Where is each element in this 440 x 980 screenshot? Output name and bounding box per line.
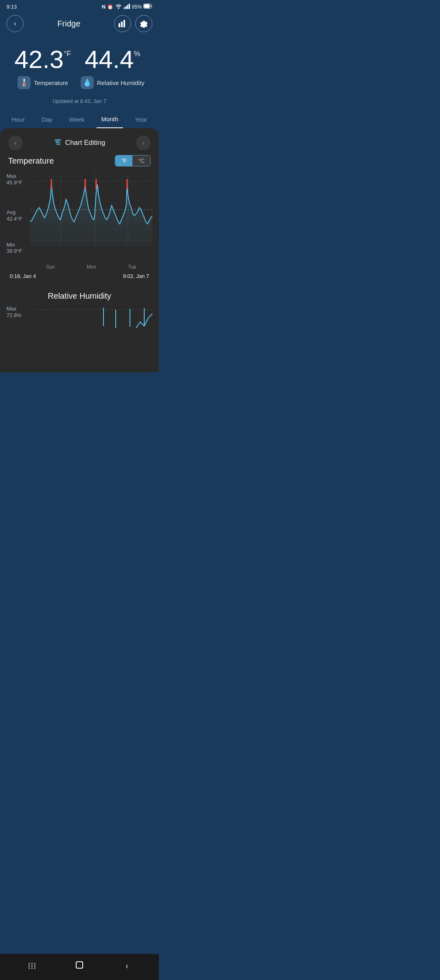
temp-chart-title-row: Temperature °F °C (7, 155, 152, 166)
chart-button[interactable] (114, 15, 131, 32)
chart-editing-title: Chart Editing (54, 139, 105, 147)
chart-editing-bar: ‹ Chart Editing › (0, 128, 159, 155)
x-label-tue: Tue (128, 264, 136, 270)
humidity-label: Relative Humidity (97, 79, 145, 86)
svg-rect-1 (125, 6, 127, 9)
chart-next-button[interactable]: › (136, 136, 151, 150)
temp-x-labels: Sun Mon Tue (7, 262, 152, 271)
status-icons: N ⏰ 85% (102, 3, 152, 10)
temperature-label-row: 🌡️ Temperature (18, 76, 68, 89)
temperature-value: 42.3°F (15, 47, 71, 72)
settings-button[interactable] (135, 15, 152, 32)
humidity-metric: 44.4% 💧 Relative Humidity (81, 47, 145, 89)
status-bar: 9:13 N ⏰ 85% (0, 0, 159, 12)
unit-fahrenheit-btn[interactable]: °F (115, 155, 132, 166)
metrics-section: 42.3°F 🌡️ Temperature 44.4% 💧 Relative H… (0, 39, 159, 93)
x-label-sun: Sun (46, 264, 55, 270)
battery-icon (143, 4, 152, 10)
temperature-metric: 42.3°F 🌡️ Temperature (15, 47, 71, 89)
temp-avg-label: Avg 42.4°F (7, 209, 30, 222)
chart-time-range: 0:18, Jan 4 9:02, Jan 7 (7, 271, 152, 279)
alarm-icon: ⏰ (107, 4, 113, 10)
svg-point-13 (56, 141, 57, 143)
temp-y-labels: Max 45.9°F Avg 42.4°F Min 39.9°F (7, 173, 30, 254)
updated-at: Updated at 8:43, Jan 7 (0, 93, 159, 111)
humidity-chart-section: Relative Humidity Max 72.8% (0, 283, 159, 350)
tab-day[interactable]: Day (37, 112, 57, 128)
humidity-label-row: 💧 Relative Humidity (81, 76, 145, 89)
temp-chart-title: Temperature (8, 156, 54, 166)
settings-icon (140, 20, 148, 28)
humidity-max-label: Max 72.8% (7, 306, 30, 318)
nfc-icon: N (102, 4, 106, 10)
humidity-chart-svg (30, 306, 152, 342)
svg-point-14 (58, 143, 60, 145)
humidity-icon: 💧 (81, 76, 94, 89)
humidity-chart-area: Max 72.8% (7, 306, 152, 346)
tab-week[interactable]: Week (64, 112, 90, 128)
filter-icon (54, 139, 62, 147)
svg-rect-2 (127, 5, 128, 9)
battery-percent: 85% (132, 4, 142, 10)
signal-icon (124, 3, 130, 10)
time-range-tabs: Hour Day Week Month Year (0, 111, 159, 128)
chart-icon (119, 20, 127, 27)
svg-rect-3 (129, 4, 130, 9)
tab-year[interactable]: Year (130, 112, 152, 128)
svg-rect-5 (144, 4, 150, 8)
chart-panel: ‹ Chart Editing › Temperature °F °C (0, 128, 159, 372)
humidity-value: 44.4% (85, 47, 141, 72)
tab-hour[interactable]: Hour (7, 112, 30, 128)
back-icon: ‹ (14, 20, 16, 27)
back-button[interactable]: ‹ (7, 15, 24, 32)
status-time: 9:13 (7, 4, 17, 10)
temp-chart-area: Max 45.9°F Avg 42.4°F Min 39.9°F (7, 173, 152, 262)
svg-rect-7 (121, 22, 123, 27)
page-title: Fridge (57, 19, 81, 28)
svg-rect-26 (30, 306, 152, 342)
temperature-icon: 🌡️ (18, 76, 31, 89)
header-actions (114, 15, 152, 32)
svg-rect-6 (119, 23, 120, 27)
wifi-icon (115, 3, 122, 10)
x-label-mon: Mon (87, 264, 96, 270)
svg-point-12 (57, 139, 59, 141)
humidity-chart-title: Relative Humidity (7, 291, 152, 301)
chart-end-time: 9:02, Jan 7 (123, 273, 149, 279)
svg-rect-0 (124, 7, 125, 9)
unit-toggle: °F °C (115, 155, 151, 166)
tab-month[interactable]: Month (97, 112, 123, 128)
unit-celsius-btn[interactable]: °C (132, 155, 150, 166)
temperature-label: Temperature (34, 79, 68, 86)
chart-editing-label: Chart Editing (65, 139, 105, 147)
chart-prev-button[interactable]: ‹ (8, 136, 23, 150)
temperature-chart: Temperature °F °C Max 45.9°F Avg 42.4°F … (0, 155, 159, 283)
svg-rect-8 (123, 20, 125, 27)
temp-max-label: Max 45.9°F (7, 173, 30, 186)
humidity-y-labels: Max 72.8% (7, 306, 30, 318)
temp-min-label: Min 39.9°F (7, 242, 30, 254)
app-header: ‹ Fridge (0, 12, 159, 39)
chart-start-time: 0:18, Jan 4 (10, 273, 36, 279)
temp-chart-svg (30, 173, 152, 254)
